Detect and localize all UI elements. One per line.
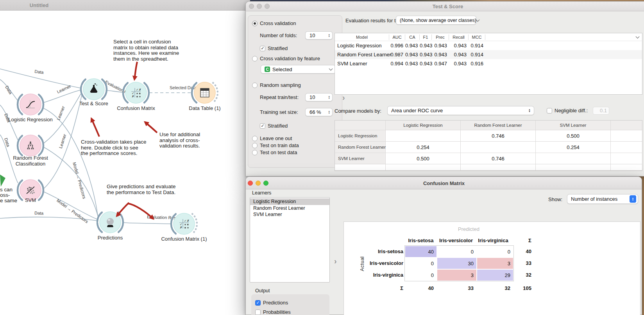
radio-test-on-train-data[interactable]: Test on train data bbox=[252, 142, 299, 148]
checkbox-stratified[interactable]: ✓Stratified bbox=[260, 123, 288, 129]
matrix-cell-1-0[interactable]: 0 bbox=[405, 258, 436, 269]
checkbox-stratified[interactable]: ✓Stratified bbox=[260, 45, 288, 51]
learners-list[interactable]: Logistic RegressionRandom Forest Learner… bbox=[250, 197, 330, 283]
test-score-titlebar[interactable]: Test & Score bbox=[246, 2, 644, 11]
feature-combo[interactable]: CSelected bbox=[261, 65, 336, 74]
node-svm[interactable]: SVM bbox=[18, 180, 43, 203]
stepper-value: 10 bbox=[309, 32, 315, 38]
cmp-value: 0.254 bbox=[386, 142, 461, 153]
minimize-button[interactable] bbox=[256, 180, 261, 185]
canvas-annotation-fragment: oss- bbox=[0, 192, 10, 198]
target-dropdown[interactable]: (None, show average over classes) bbox=[396, 16, 476, 25]
learner-item-svm-learner[interactable]: SVM Learner bbox=[250, 211, 329, 218]
radio-leave-one-out[interactable]: Leave one out bbox=[252, 135, 292, 141]
radio-cross-validation[interactable]: Cross validation bbox=[252, 20, 296, 26]
column-header-ca[interactable]: CA bbox=[405, 34, 420, 40]
node-predictions[interactable]: Predictions bbox=[97, 212, 123, 241]
green-annotation-arrow bbox=[0, 175, 5, 187]
close-button[interactable] bbox=[248, 180, 253, 185]
minimize-button[interactable] bbox=[257, 4, 262, 9]
confusion-matrix-titlebar[interactable]: Confusion Matrix bbox=[246, 177, 642, 189]
workflow-canvas[interactable]: DataDataDataDataLearnerLearnerLearnerEva… bbox=[0, 11, 250, 315]
node-label: Logistic Regression bbox=[8, 117, 52, 122]
checkbox-probabilities[interactable]: Probabilities bbox=[255, 309, 291, 315]
svg-text:✗: ✗ bbox=[132, 95, 134, 98]
node-data-table-1[interactable]: Data Table (1) bbox=[189, 82, 220, 111]
radio-test-on-test-data[interactable]: Test on test data bbox=[252, 149, 297, 155]
eval-table-header: ModelAUCCAF1PrecRecallMCC bbox=[335, 33, 642, 41]
header-filler bbox=[485, 34, 642, 40]
workflow-link[interactable] bbox=[44, 192, 97, 219]
node-logistic-regression[interactable]: Logistic Regression bbox=[8, 94, 52, 122]
matrix-cell-2-2[interactable]: 29 bbox=[477, 270, 513, 281]
canvas-window-title: Untitled bbox=[30, 2, 48, 8]
matrix-cell-1-1[interactable]: 30 bbox=[437, 258, 476, 269]
matrix-cell-0-0[interactable]: 40 bbox=[405, 246, 436, 257]
node-label: SVM bbox=[25, 197, 36, 203]
matrix-cell-0-1[interactable]: 0 bbox=[437, 246, 476, 257]
desktop: Untitled DataDataDataDataLearnerLearnerL… bbox=[0, 0, 644, 315]
svg-text:✗: ✗ bbox=[187, 219, 190, 223]
canvas-titlebar[interactable]: Untitled bbox=[0, 0, 250, 11]
cmp-row-label: Logistic Regression bbox=[335, 130, 386, 142]
workflow-link[interactable] bbox=[43, 108, 98, 215]
annotation-arrow bbox=[128, 203, 153, 219]
checkbox-icon: ✓ bbox=[260, 46, 265, 51]
metric-value: 0.994 bbox=[389, 61, 405, 67]
compare-metric-dropdown[interactable]: Area under ROC curve ▲▼ bbox=[387, 106, 534, 115]
stepper-repeat-train-test-[interactable]: 10▲▼ bbox=[305, 93, 333, 101]
column-header-auc[interactable]: AUC bbox=[389, 34, 405, 40]
zoom-button[interactable] bbox=[265, 4, 270, 9]
matrix-cell-1-2[interactable]: 3 bbox=[477, 258, 513, 269]
column-header-model[interactable]: Model bbox=[335, 34, 389, 40]
link-label: Data bbox=[4, 137, 11, 148]
row-total: 32 bbox=[512, 272, 531, 278]
evaluation-results-table[interactable]: ModelAUCCAF1PrecRecallMCCLogistic Regres… bbox=[335, 33, 642, 95]
eval-row-svm-learner[interactable]: SVM Learner0.9940.9430.9430.9470.9430.91… bbox=[335, 59, 642, 68]
eval-row-random-forest-learner[interactable]: Random Forest Learner0.9870.9430.9430.94… bbox=[335, 50, 642, 59]
annotation-arrow bbox=[91, 119, 99, 137]
node-random-forest-classification[interactable]: Random ForestClassification bbox=[13, 135, 48, 167]
node-confusion-matrix[interactable]: ✓✗✓✗Confusion Matrix bbox=[117, 82, 155, 111]
cmp-partial-row bbox=[611, 164, 642, 171]
learner-item-logistic-regression[interactable]: Logistic Regression bbox=[250, 198, 329, 205]
svg-text:✓: ✓ bbox=[136, 88, 139, 92]
eval-row-logistic-regression[interactable]: Logistic Regression0.9960.9430.9430.9430… bbox=[335, 41, 642, 50]
checkbox-predictions[interactable]: ✓Predictions bbox=[255, 300, 288, 306]
workflow-link[interactable] bbox=[123, 223, 171, 224]
model-name: SVM Learner bbox=[335, 61, 389, 67]
close-button[interactable] bbox=[249, 4, 254, 9]
zoom-button[interactable] bbox=[263, 180, 268, 185]
matrix-cell-2-0[interactable]: 0 bbox=[405, 270, 436, 281]
stepper-number-of-folds-[interactable]: 10▲▼ bbox=[305, 31, 333, 40]
radio-cross-validation-by-feature[interactable]: Cross validation by feature bbox=[252, 56, 320, 61]
model-comparison-table[interactable]: Logistic RegressionRandom Forest Learner… bbox=[335, 120, 642, 171]
negligible-diff-checkbox[interactable] bbox=[547, 108, 552, 113]
predicted-label: Predicted bbox=[458, 226, 479, 232]
show-dropdown[interactable]: Number of instances ▲▼ bbox=[567, 194, 638, 204]
metric-value: 0.943 bbox=[405, 52, 420, 58]
column-header-mcc[interactable]: MCC bbox=[469, 34, 485, 40]
cmp-value: 0.500 bbox=[536, 130, 611, 142]
column-selector-chevron-icon[interactable] bbox=[636, 34, 640, 38]
matrix-cell-2-1[interactable]: 3 bbox=[437, 270, 476, 281]
column-header-f1[interactable]: F1 bbox=[420, 34, 432, 40]
learner-item-random-forest-learner[interactable]: Random Forest Learner bbox=[250, 205, 329, 212]
stepper-arrows-icon: ▲▼ bbox=[328, 95, 330, 99]
matrix-cell-0-2[interactable]: 0 bbox=[477, 246, 513, 257]
radio-random-sampling[interactable]: Random sampling bbox=[252, 82, 301, 88]
stepper-training-set-size-[interactable]: 66 %▲▼ bbox=[305, 108, 333, 116]
column-header-recall[interactable]: Recall bbox=[449, 34, 469, 40]
confusion-matrix-panel: PredictedIris-setosaIris-versicolorIris-… bbox=[343, 221, 640, 315]
checkbox-icon: ✓ bbox=[255, 300, 261, 306]
metric-value: 0.943 bbox=[432, 43, 449, 49]
cmp-column-header: SVM Learner bbox=[536, 121, 611, 130]
collapse-learners-chevron-icon[interactable]: › bbox=[334, 257, 337, 266]
negligible-diff-field[interactable]: 0.1 bbox=[593, 107, 609, 115]
stepper-arrows-icon: ▲▼ bbox=[328, 110, 330, 114]
workflow-link[interactable] bbox=[0, 105, 18, 140]
column-header-prec[interactable]: Prec bbox=[432, 34, 449, 40]
cmp-value bbox=[536, 153, 611, 164]
node-test-score[interactable]: Test & Score bbox=[79, 79, 108, 106]
workflow-link[interactable] bbox=[44, 147, 98, 217]
